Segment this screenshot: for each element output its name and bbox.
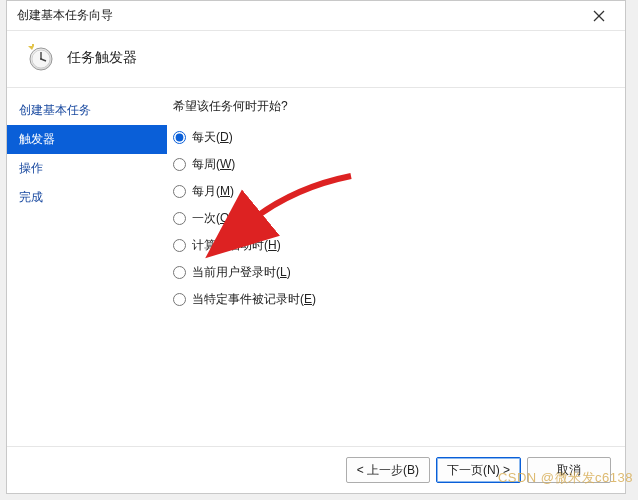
trigger-option-weekly[interactable]: 每周(W) <box>173 156 611 173</box>
window-title: 创建基本任务向导 <box>17 7 579 24</box>
radio-monthly[interactable] <box>173 185 186 198</box>
radio-daily-label: 每天(D) <box>192 129 233 146</box>
trigger-option-daily[interactable]: 每天(D) <box>173 129 611 146</box>
radio-event-label: 当特定事件被记录时(E) <box>192 291 316 308</box>
sidebar-item-finish[interactable]: 完成 <box>7 183 167 212</box>
svg-marker-2 <box>28 44 34 50</box>
trigger-prompt: 希望该任务何时开始? <box>173 98 611 115</box>
title-bar: 创建基本任务向导 <box>7 1 625 31</box>
dialog-footer: < 上一步(B) 下一页(N) > 取消 CSDN @微米发c6138 <box>7 446 625 493</box>
radio-daily[interactable] <box>173 131 186 144</box>
trigger-option-monthly[interactable]: 每月(M) <box>173 183 611 200</box>
wizard-steps-sidebar: 创建基本任务 触发器 操作 完成 <box>7 88 167 446</box>
trigger-option-event[interactable]: 当特定事件被记录时(E) <box>173 291 611 308</box>
radio-weekly[interactable] <box>173 158 186 171</box>
close-icon <box>593 10 605 22</box>
radio-logon-label: 当前用户登录时(L) <box>192 264 291 281</box>
close-button[interactable] <box>579 3 619 29</box>
dialog-body: 创建基本任务 触发器 操作 完成 希望该任务何时开始? 每天(D) 每周(W) … <box>7 88 625 446</box>
wizard-dialog: 创建基本任务向导 <box>6 0 626 494</box>
trigger-option-once[interactable]: 一次(O) <box>173 210 611 227</box>
radio-logon[interactable] <box>173 266 186 279</box>
next-button[interactable]: 下一页(N) > <box>436 457 521 483</box>
radio-monthly-label: 每月(M) <box>192 183 234 200</box>
trigger-option-logon[interactable]: 当前用户登录时(L) <box>173 264 611 281</box>
sidebar-item-trigger[interactable]: 触发器 <box>7 125 167 154</box>
page-title: 任务触发器 <box>67 49 137 67</box>
sidebar-item-action[interactable]: 操作 <box>7 154 167 183</box>
radio-startup-label: 计算机启动时(H) <box>192 237 281 254</box>
back-button[interactable]: < 上一步(B) <box>346 457 430 483</box>
radio-once[interactable] <box>173 212 186 225</box>
svg-point-7 <box>40 58 42 60</box>
cancel-button[interactable]: 取消 <box>527 457 611 483</box>
radio-once-label: 一次(O) <box>192 210 233 227</box>
radio-startup[interactable] <box>173 239 186 252</box>
trigger-option-startup[interactable]: 计算机启动时(H) <box>173 237 611 254</box>
dialog-header: 任务触发器 <box>7 31 625 88</box>
clock-icon <box>25 43 55 73</box>
sidebar-item-create-basic-task[interactable]: 创建基本任务 <box>7 96 167 125</box>
content-panel: 希望该任务何时开始? 每天(D) 每周(W) 每月(M) 一次(O) 计算机启动… <box>167 88 625 446</box>
radio-weekly-label: 每周(W) <box>192 156 235 173</box>
radio-event[interactable] <box>173 293 186 306</box>
